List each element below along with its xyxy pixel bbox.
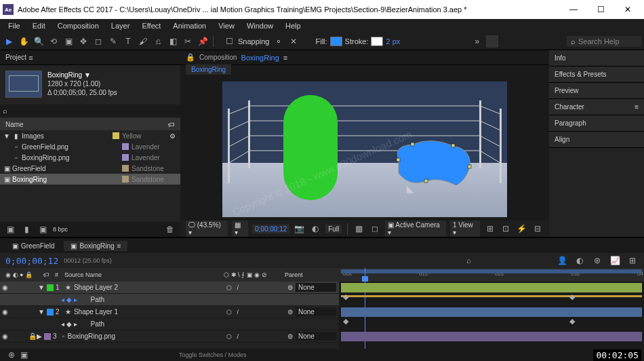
gear-icon[interactable]: ⚙ xyxy=(168,132,176,140)
puppet-tool-icon[interactable]: 📌 xyxy=(197,35,209,48)
menu-window[interactable]: Window xyxy=(241,20,279,31)
snap-ext-icon[interactable]: ✕ xyxy=(287,35,300,48)
close-button[interactable]: ✕ xyxy=(614,0,641,19)
menu-edit[interactable]: Edit xyxy=(27,20,51,31)
layer-color[interactable] xyxy=(47,309,54,316)
views-dropdown[interactable]: 1 View ▾ xyxy=(450,221,480,237)
prop-name[interactable]: Path xyxy=(77,296,339,303)
fill-swatch[interactable] xyxy=(330,37,342,46)
col-parent[interactable]: Parent xyxy=(282,271,336,278)
parent-pick-icon[interactable]: ⊚ xyxy=(287,332,293,340)
panel-align[interactable]: Align xyxy=(549,132,644,148)
keyframe-nav-icon[interactable]: ◂ ◆ ▸ xyxy=(61,320,77,328)
menu-layer[interactable]: Layer xyxy=(106,20,136,31)
keyframe-icon[interactable]: ◆ xyxy=(569,317,575,326)
parent-pick-icon[interactable]: ⊚ xyxy=(287,284,293,291)
chevrons-icon[interactable]: » xyxy=(471,35,483,48)
layer-bar[interactable] xyxy=(341,283,642,292)
camera-dropdown[interactable]: ▣ Active Camera ▾ xyxy=(385,221,446,237)
layer-name[interactable]: Shape Layer 1 xyxy=(71,308,226,316)
timeline-icon[interactable]: ⊟ xyxy=(532,223,544,235)
menu-file[interactable]: File xyxy=(3,20,26,31)
panel-paragraph[interactable]: Paragraph xyxy=(549,115,644,132)
layer-opts-icon[interactable]: ⊞ xyxy=(626,254,639,267)
label-swatch[interactable] xyxy=(122,165,129,172)
shy-icon[interactable]: 👤 xyxy=(556,254,568,267)
label-swatch[interactable] xyxy=(122,176,129,183)
motion-blur-icon[interactable]: ⊛ xyxy=(591,254,603,267)
brush-tool-icon[interactable]: 🖌 xyxy=(137,35,149,48)
zoom-tool-icon[interactable]: 🔍 xyxy=(33,35,45,48)
tree-item[interactable]: ▫ GreenField.png Lavender xyxy=(0,141,180,152)
fill-label[interactable]: Fill: xyxy=(316,37,327,45)
new-comp-icon[interactable]: ▣ xyxy=(37,223,49,235)
menu-composition[interactable]: Composition xyxy=(52,20,104,31)
col-source-name[interactable]: Source Name xyxy=(62,271,221,278)
layer-color[interactable] xyxy=(47,284,54,291)
comp-crumb-name[interactable]: BoxingRing xyxy=(241,54,279,62)
panel-preview[interactable]: Preview xyxy=(549,83,644,99)
panel-effects-presets[interactable]: Effects & Presets xyxy=(549,66,644,83)
label-swatch[interactable] xyxy=(113,132,119,139)
flow-tab-item[interactable]: BoxingRing xyxy=(186,64,231,75)
rotate-tool-icon[interactable]: ⟲ xyxy=(47,35,60,48)
keyframe-icon[interactable]: ◆ xyxy=(343,317,348,326)
tree-comp[interactable]: ▣ GreenField Sandstone xyxy=(0,163,180,174)
resolution-dropdown[interactable]: ▦ ▾ xyxy=(232,221,248,237)
timeline-tracks[interactable]: 00s 01s 02s 03s 04 ◆ ◆ ◆ ◆ xyxy=(339,268,644,349)
snapshot-icon[interactable]: 📷 xyxy=(294,223,305,235)
selection-tool-icon[interactable]: ▶ xyxy=(3,35,15,48)
timeline-tab[interactable]: ▣ GreenField xyxy=(5,241,61,251)
shape-layer-1-preview[interactable] xyxy=(392,139,473,190)
stroke-width[interactable]: 2 px xyxy=(386,37,406,45)
layer-row[interactable]: ◉ ▼ 2 ★ Shape Layer 1 ⬡ / ⊚ None xyxy=(0,306,339,318)
layer-bar[interactable] xyxy=(341,307,642,317)
parent-pick-icon[interactable]: ⊚ xyxy=(287,308,293,316)
twirl-icon[interactable]: ▶ xyxy=(37,332,42,340)
label-swatch[interactable] xyxy=(122,154,129,161)
twirl-icon[interactable]: ▼ xyxy=(38,308,45,316)
tree-item[interactable]: ▫ BoxingRing.png Lavender xyxy=(0,152,180,163)
panel-info[interactable]: Info xyxy=(549,50,644,66)
keyframe-icon[interactable]: ◆ xyxy=(343,292,348,301)
pixel-ratio-icon[interactable]: ⊡ xyxy=(500,223,512,235)
parent-dropdown[interactable]: None xyxy=(296,307,336,316)
visibility-icon[interactable]: ◉ xyxy=(0,308,9,316)
snapping-checkbox[interactable]: ☐ xyxy=(223,35,235,48)
pen-tool-icon[interactable]: ✎ xyxy=(107,35,119,48)
twirl-icon[interactable]: ▼ xyxy=(38,284,45,291)
parent-dropdown[interactable]: None xyxy=(296,332,336,341)
workspace-icon[interactable] xyxy=(486,35,498,48)
layer-color[interactable] xyxy=(44,333,51,340)
camera-tool-icon[interactable]: ▣ xyxy=(62,35,75,48)
grid-icon[interactable]: ▦ xyxy=(353,223,365,235)
keyframe-icon[interactable]: ◆ xyxy=(569,292,575,301)
time-ruler[interactable]: 00s 01s 02s 03s 04 xyxy=(339,268,644,282)
search-layer-icon[interactable]: ⌕ xyxy=(462,254,475,267)
layer-name[interactable]: BoxingRing.png xyxy=(65,332,226,340)
graph-icon[interactable]: 📈 xyxy=(609,254,621,267)
hand-tool-icon[interactable]: ✋ xyxy=(18,35,30,48)
lock-icon[interactable]: 🔒 xyxy=(28,332,37,340)
project-tree[interactable]: ▼▮ Images Yellow ⚙ ▫ GreenField.png Lave… xyxy=(0,130,180,222)
comp-canvas[interactable]: ◣ xyxy=(222,81,507,217)
render-icon[interactable]: ▣ xyxy=(18,349,30,361)
res-menu[interactable]: Full xyxy=(325,225,342,233)
label-swatch[interactable] xyxy=(122,143,129,150)
tab-menu-icon[interactable]: ≡ xyxy=(283,54,287,62)
trash-icon[interactable]: 🗑 xyxy=(164,223,176,235)
shape-tool-icon[interactable]: ◻ xyxy=(92,35,104,48)
time-display[interactable]: 0;00;00;12 xyxy=(252,225,289,233)
view-opts-icon[interactable]: ⊞ xyxy=(484,223,496,235)
maximize-button[interactable]: ☐ xyxy=(587,0,614,19)
layer-bar[interactable] xyxy=(341,332,642,341)
visibility-icon[interactable]: ◉ xyxy=(0,284,9,291)
comp-name[interactable]: BoxingRing ▼ xyxy=(47,71,117,79)
menu-animation[interactable]: Animation xyxy=(167,20,212,31)
twirl-icon[interactable]: ▼ xyxy=(3,132,11,140)
mask-icon[interactable]: ◻ xyxy=(369,223,381,235)
interpret-icon[interactable]: ▣ xyxy=(4,223,16,235)
prop-name[interactable]: Path xyxy=(77,320,339,328)
menu-view[interactable]: View xyxy=(213,20,240,31)
stroke-swatch[interactable] xyxy=(371,37,383,46)
